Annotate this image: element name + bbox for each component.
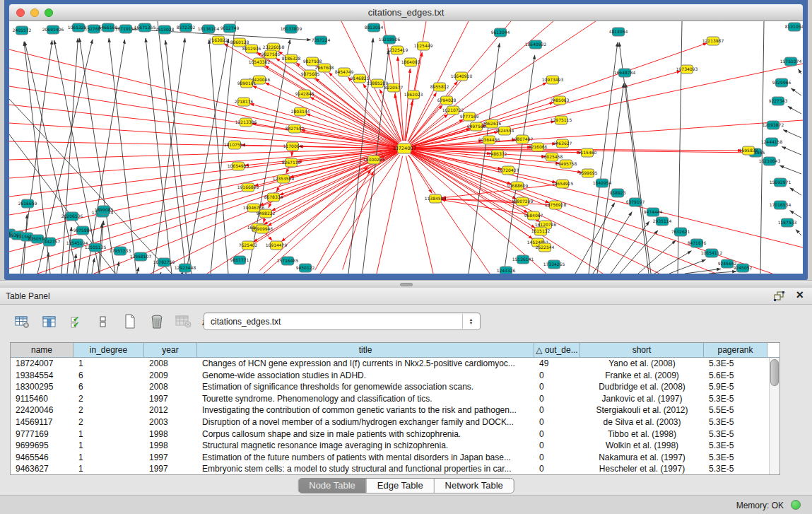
svg-text:8572302: 8572302 [177, 25, 196, 30]
table-cell: 18300295 [11, 381, 73, 393]
table-cell: 0 [534, 381, 580, 393]
selector-stepper-icon[interactable]: ▲▼ [462, 314, 479, 329]
svg-text:9975887: 9975887 [73, 228, 93, 233]
panel-resize-grip[interactable] [400, 283, 413, 286]
svg-text:8813054: 8813054 [365, 25, 384, 30]
table-cell: 18724007 [11, 358, 73, 370]
svg-text:9245052: 9245052 [734, 265, 753, 270]
svg-text:9115460: 9115460 [578, 150, 597, 155]
table-row[interactable]: 1938455462009Genome-wide association stu… [11, 370, 779, 382]
table-panel-header: Table Panel × [0, 288, 812, 305]
table-cell: 0 [534, 452, 580, 464]
table-row[interactable]: 946554611997Estimation of the future num… [11, 452, 779, 464]
table-cell: 2 [73, 393, 144, 405]
new-file-button[interactable] [119, 312, 141, 332]
delete-button[interactable] [146, 312, 168, 332]
tab-network-table[interactable]: Network Table [435, 479, 514, 493]
svg-text:1243326: 1243326 [497, 268, 516, 273]
status-bar: Memory: OK [0, 495, 812, 514]
memory-status-indicator [791, 500, 801, 510]
svg-text:2935114: 2935114 [653, 218, 672, 223]
column-header-in_degree[interactable]: in_degree [73, 343, 144, 357]
svg-text:9450122: 9450122 [296, 265, 315, 270]
table-panel-body: ✔ ✔ [0, 305, 812, 495]
table-cell: 1998 [144, 440, 197, 452]
delete-table-button[interactable] [172, 312, 195, 332]
table-cell: Wolkin et al. (1998) [580, 440, 704, 452]
table-cell: 9463627 [11, 463, 73, 475]
table-row[interactable]: 911546021997Tourette syndrome. Phenomeno… [11, 393, 779, 405]
table-row[interactable]: 969969511998Structural magnetic resonanc… [11, 440, 779, 452]
float-panel-button[interactable] [773, 291, 785, 301]
column-header-short[interactable]: short [580, 343, 704, 357]
svg-text:9612749: 9612749 [220, 25, 240, 30]
minimize-window-button[interactable] [30, 8, 39, 17]
table-cell: Tourette syndrome. Phenomenology and cla… [197, 393, 534, 405]
svg-text:9474444: 9474444 [644, 209, 663, 214]
table-cell: 0 [534, 393, 580, 405]
column-header-pagerank[interactable]: pagerank [704, 343, 767, 357]
table-cell: 5.3E-5 [704, 440, 767, 452]
network-graph-svg[interactable]: 2405572206914061065328715276026466160107… [9, 21, 803, 274]
table-cell: 9115460 [11, 393, 73, 405]
window-titlebar[interactable]: citations_edges.txt [9, 4, 803, 21]
svg-text:1640954: 1640954 [593, 180, 612, 185]
table-cell: 2008 [144, 381, 197, 393]
svg-text:16782759: 16782759 [153, 259, 175, 264]
table-cell: Embryonic stem cells: a model to study s… [197, 463, 534, 475]
svg-text:7163822: 7163822 [209, 37, 228, 42]
column-select-button[interactable] [38, 312, 61, 332]
column-header-title[interactable]: title [197, 343, 534, 357]
close-window-button[interactable] [16, 8, 25, 17]
table-cell: 5.9E-5 [704, 381, 767, 393]
table-row[interactable]: 1830029562008Estimation of significance … [11, 381, 779, 393]
table-settings-button[interactable] [11, 312, 34, 332]
table-cell: Disruption of a novel member of a sodium… [197, 416, 534, 428]
row-height-button[interactable] [92, 312, 114, 332]
table-row[interactable]: 1872400712008Changes of HCN gene express… [11, 358, 779, 370]
table-row[interactable]: 946362711997Embryonic stem cells: a mode… [11, 463, 779, 475]
table-cell: 1997 [144, 452, 197, 464]
table-cell: Hescheler et al. (1997) [580, 463, 704, 475]
table-toolbar: ✔ ✔ [0, 310, 812, 333]
svg-text:2405572: 2405572 [13, 28, 32, 33]
svg-text:18640932: 18640932 [525, 42, 547, 47]
table-cell: 2009 [144, 370, 197, 382]
checklist-button[interactable]: ✔ ✔ [65, 312, 88, 332]
table-cell: Tibbo et al. (1998) [580, 428, 704, 440]
table-tabs: Node TableEdge TableNetwork Table [298, 478, 514, 493]
table-cell: Estimation of significance thresholds fo… [197, 381, 534, 393]
svg-text:9329966: 9329966 [772, 80, 792, 85]
table-row[interactable]: 2242004622012Investigating the contribut… [11, 404, 779, 416]
table-selector[interactable]: citations_edges.txt ▲▼ [204, 313, 481, 330]
svg-text:9146821: 9146821 [351, 76, 370, 81]
svg-text:938923: 938923 [610, 190, 626, 195]
zoom-window-button[interactable] [45, 8, 53, 17]
table-row[interactable]: 977716911998Corpus callosum shape and si… [11, 428, 779, 440]
table-scrollbar[interactable] [769, 358, 779, 474]
table-cell: 2012 [144, 404, 197, 416]
table-cell: 0 [534, 370, 580, 382]
column-header-out_de[interactable]: △ out_de... [534, 343, 580, 357]
svg-text:11384594: 11384594 [425, 196, 447, 201]
table-scrollbar-thumb[interactable] [770, 359, 779, 386]
svg-text:1170064: 1170064 [283, 144, 302, 148]
svg-text:9498222: 9498222 [257, 211, 276, 216]
tab-node-table[interactable]: Node Table [298, 479, 367, 493]
panel-separator [0, 280, 812, 288]
table-cell: Genome-wide association studies in ADHD. [197, 370, 534, 382]
column-header-year[interactable]: year [144, 343, 197, 357]
network-canvas[interactable]: 2405572206914061065328715276026466160107… [9, 21, 803, 274]
close-panel-icon[interactable]: × [796, 288, 804, 303]
tab-edge-table[interactable]: Edge Table [367, 479, 435, 493]
svg-text:12505135: 12505135 [85, 245, 107, 250]
table-cell: 0 [534, 416, 580, 428]
svg-text:1167533: 1167533 [778, 220, 797, 225]
svg-text:7632621: 7632621 [671, 229, 690, 234]
column-header-name[interactable]: name [11, 343, 73, 357]
svg-text:16210643: 16210643 [759, 158, 781, 163]
table-row[interactable]: 1456911722003Disruption of a novel membe… [11, 416, 779, 428]
table-cell: 19384554 [11, 370, 73, 382]
svg-text:12923448: 12923448 [175, 265, 196, 270]
table-cell: Dudbridge et al. (2008) [580, 381, 704, 393]
